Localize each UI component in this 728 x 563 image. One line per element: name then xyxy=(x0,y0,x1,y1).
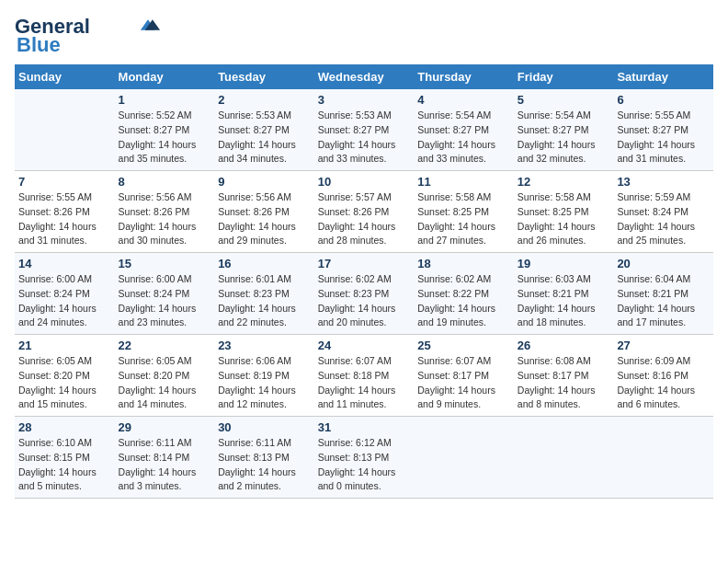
day-detail: Sunrise: 5:54 AMSunset: 8:27 PMDaylight:… xyxy=(518,109,610,167)
day-detail: Sunrise: 5:53 AMSunset: 8:27 PMDaylight:… xyxy=(318,109,411,167)
day-number: 7 xyxy=(18,175,111,189)
day-number: 22 xyxy=(119,339,211,352)
week-row-1: 7Sunrise: 5:55 AMSunset: 8:26 PMDaylight… xyxy=(15,171,713,253)
day-detail: Sunrise: 6:11 AMSunset: 8:13 PMDaylight:… xyxy=(218,436,311,494)
calendar-cell xyxy=(414,417,514,499)
day-number: 31 xyxy=(318,420,411,434)
day-number: 8 xyxy=(119,175,211,189)
logo: General Blue xyxy=(15,15,162,57)
calendar-cell: 10Sunrise: 5:57 AMSunset: 8:26 PMDayligh… xyxy=(314,171,415,253)
header-cell-wednesday: Wednesday xyxy=(314,64,415,89)
header: General Blue xyxy=(15,15,713,57)
calendar-cell: 7Sunrise: 5:55 AMSunset: 8:26 PMDaylight… xyxy=(15,171,115,253)
day-number: 15 xyxy=(119,257,211,270)
day-number: 23 xyxy=(218,339,311,352)
day-detail: Sunrise: 6:04 AMSunset: 8:21 PMDaylight:… xyxy=(617,272,710,330)
day-number: 28 xyxy=(18,420,111,434)
day-detail: Sunrise: 6:07 AMSunset: 8:18 PMDaylight:… xyxy=(318,354,411,412)
day-detail: Sunrise: 6:10 AMSunset: 8:15 PMDaylight:… xyxy=(18,436,111,494)
day-number: 12 xyxy=(518,175,610,189)
day-detail: Sunrise: 6:03 AMSunset: 8:21 PMDaylight:… xyxy=(518,272,610,330)
day-detail: Sunrise: 5:56 AMSunset: 8:26 PMDaylight:… xyxy=(119,190,211,248)
calendar-cell: 24Sunrise: 6:07 AMSunset: 8:18 PMDayligh… xyxy=(314,335,415,417)
calendar-cell: 15Sunrise: 6:00 AMSunset: 8:24 PMDayligh… xyxy=(115,253,215,335)
calendar-cell: 14Sunrise: 6:00 AMSunset: 8:24 PMDayligh… xyxy=(15,253,115,335)
day-detail: Sunrise: 6:11 AMSunset: 8:14 PMDaylight:… xyxy=(119,436,211,494)
header-cell-monday: Monday xyxy=(115,64,215,89)
calendar-cell: 28Sunrise: 6:10 AMSunset: 8:15 PMDayligh… xyxy=(15,417,115,499)
day-detail: Sunrise: 5:57 AMSunset: 8:26 PMDaylight:… xyxy=(318,190,411,248)
calendar-cell: 5Sunrise: 5:54 AMSunset: 8:27 PMDaylight… xyxy=(514,89,614,171)
calendar-cell: 30Sunrise: 6:11 AMSunset: 8:13 PMDayligh… xyxy=(214,417,314,499)
header-cell-tuesday: Tuesday xyxy=(214,64,314,89)
day-detail: Sunrise: 5:59 AMSunset: 8:24 PMDaylight:… xyxy=(617,190,710,248)
day-detail: Sunrise: 6:08 AMSunset: 8:17 PMDaylight:… xyxy=(518,354,610,412)
logo-blue: Blue xyxy=(17,33,61,57)
day-number: 4 xyxy=(417,93,510,107)
calendar-cell: 27Sunrise: 6:09 AMSunset: 8:16 PMDayligh… xyxy=(613,335,713,417)
calendar-table: SundayMondayTuesdayWednesdayThursdayFrid… xyxy=(15,64,713,499)
day-detail: Sunrise: 6:00 AMSunset: 8:24 PMDaylight:… xyxy=(119,272,211,330)
header-cell-saturday: Saturday xyxy=(613,64,713,89)
calendar-cell: 18Sunrise: 6:02 AMSunset: 8:22 PMDayligh… xyxy=(414,253,514,335)
calendar-header: SundayMondayTuesdayWednesdayThursdayFrid… xyxy=(15,64,713,89)
day-number: 14 xyxy=(18,257,111,270)
calendar-cell: 25Sunrise: 6:07 AMSunset: 8:17 PMDayligh… xyxy=(414,335,514,417)
week-row-4: 28Sunrise: 6:10 AMSunset: 8:15 PMDayligh… xyxy=(15,417,713,499)
calendar-cell: 29Sunrise: 6:11 AMSunset: 8:14 PMDayligh… xyxy=(115,417,215,499)
day-detail: Sunrise: 6:12 AMSunset: 8:13 PMDaylight:… xyxy=(318,436,411,494)
day-detail: Sunrise: 6:09 AMSunset: 8:16 PMDaylight:… xyxy=(617,354,710,412)
calendar-body: 1Sunrise: 5:52 AMSunset: 8:27 PMDaylight… xyxy=(15,89,713,499)
calendar-cell: 23Sunrise: 6:06 AMSunset: 8:19 PMDayligh… xyxy=(214,335,314,417)
calendar-cell: 16Sunrise: 6:01 AMSunset: 8:23 PMDayligh… xyxy=(214,253,314,335)
calendar-cell xyxy=(514,417,614,499)
day-number: 24 xyxy=(318,339,411,352)
calendar-cell: 6Sunrise: 5:55 AMSunset: 8:27 PMDaylight… xyxy=(613,89,713,171)
day-number: 21 xyxy=(18,339,111,352)
day-number: 29 xyxy=(119,420,211,434)
calendar-cell: 2Sunrise: 5:53 AMSunset: 8:27 PMDaylight… xyxy=(214,89,314,171)
header-cell-thursday: Thursday xyxy=(414,64,514,89)
day-detail: Sunrise: 5:58 AMSunset: 8:25 PMDaylight:… xyxy=(518,190,610,248)
day-number: 11 xyxy=(417,175,510,189)
day-detail: Sunrise: 6:05 AMSunset: 8:20 PMDaylight:… xyxy=(119,354,211,412)
day-detail: Sunrise: 5:53 AMSunset: 8:27 PMDaylight:… xyxy=(218,109,311,167)
day-detail: Sunrise: 6:02 AMSunset: 8:22 PMDaylight:… xyxy=(417,272,510,330)
day-detail: Sunrise: 6:06 AMSunset: 8:19 PMDaylight:… xyxy=(218,354,311,412)
day-detail: Sunrise: 5:58 AMSunset: 8:25 PMDaylight:… xyxy=(417,190,510,248)
calendar-cell: 12Sunrise: 5:58 AMSunset: 8:25 PMDayligh… xyxy=(514,171,614,253)
day-number: 27 xyxy=(617,339,710,352)
week-row-0: 1Sunrise: 5:52 AMSunset: 8:27 PMDaylight… xyxy=(15,89,713,171)
day-number: 13 xyxy=(617,175,710,189)
day-number: 1 xyxy=(119,93,211,107)
calendar-cell: 1Sunrise: 5:52 AMSunset: 8:27 PMDaylight… xyxy=(115,89,215,171)
header-cell-sunday: Sunday xyxy=(15,64,115,89)
day-detail: Sunrise: 6:02 AMSunset: 8:23 PMDaylight:… xyxy=(318,272,411,330)
calendar-cell: 19Sunrise: 6:03 AMSunset: 8:21 PMDayligh… xyxy=(514,253,614,335)
week-row-2: 14Sunrise: 6:00 AMSunset: 8:24 PMDayligh… xyxy=(15,253,713,335)
day-detail: Sunrise: 5:54 AMSunset: 8:27 PMDaylight:… xyxy=(417,109,510,167)
header-cell-friday: Friday xyxy=(514,64,614,89)
calendar-cell: 21Sunrise: 6:05 AMSunset: 8:20 PMDayligh… xyxy=(15,335,115,417)
day-number: 3 xyxy=(318,93,411,107)
day-number: 20 xyxy=(617,257,710,270)
day-number: 2 xyxy=(218,93,311,107)
calendar-cell: 8Sunrise: 5:56 AMSunset: 8:26 PMDaylight… xyxy=(115,171,215,253)
day-detail: Sunrise: 6:01 AMSunset: 8:23 PMDaylight:… xyxy=(218,272,311,330)
day-detail: Sunrise: 6:00 AMSunset: 8:24 PMDaylight:… xyxy=(18,272,111,330)
day-number: 25 xyxy=(417,339,510,352)
calendar-cell: 26Sunrise: 6:08 AMSunset: 8:17 PMDayligh… xyxy=(514,335,614,417)
day-detail: Sunrise: 5:56 AMSunset: 8:26 PMDaylight:… xyxy=(218,190,311,248)
day-number: 10 xyxy=(318,175,411,189)
day-detail: Sunrise: 6:05 AMSunset: 8:20 PMDaylight:… xyxy=(18,354,111,412)
calendar-cell: 20Sunrise: 6:04 AMSunset: 8:21 PMDayligh… xyxy=(613,253,713,335)
day-detail: Sunrise: 6:07 AMSunset: 8:17 PMDaylight:… xyxy=(417,354,510,412)
day-detail: Sunrise: 5:55 AMSunset: 8:27 PMDaylight:… xyxy=(617,109,710,167)
header-row: SundayMondayTuesdayWednesdayThursdayFrid… xyxy=(15,64,713,89)
day-number: 30 xyxy=(218,420,311,434)
week-row-3: 21Sunrise: 6:05 AMSunset: 8:20 PMDayligh… xyxy=(15,335,713,417)
day-number: 16 xyxy=(218,257,311,270)
calendar-cell: 13Sunrise: 5:59 AMSunset: 8:24 PMDayligh… xyxy=(613,171,713,253)
day-number: 6 xyxy=(617,93,710,107)
calendar-cell: 31Sunrise: 6:12 AMSunset: 8:13 PMDayligh… xyxy=(314,417,415,499)
